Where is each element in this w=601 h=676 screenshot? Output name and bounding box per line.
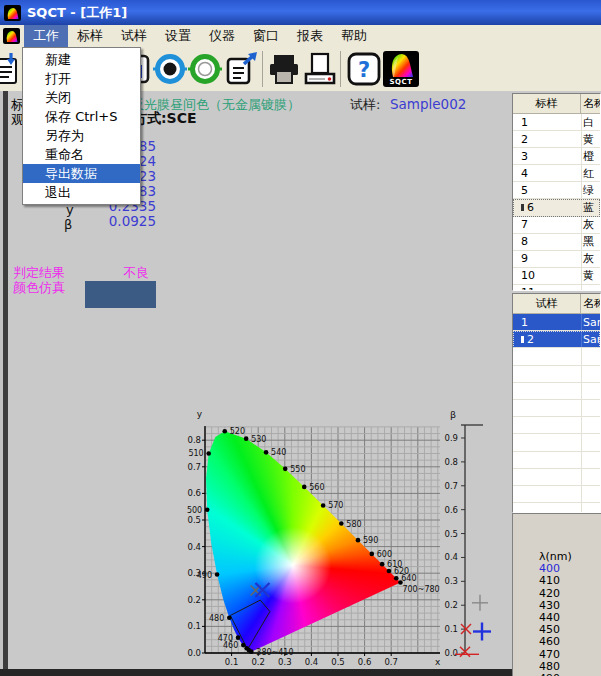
panel-border — [3, 91, 8, 676]
svg-text:550: 550 — [290, 465, 305, 474]
sample-row-empty[interactable] — [513, 348, 600, 365]
chromaticity-chart: 0.10.20.30.40.50.60.7x0.00.10.20.30.40.5… — [185, 405, 510, 676]
file-dropdown-menu: 新建打开关闭保存 Ctrl+S另存为重命名导出数据退出 — [22, 47, 141, 205]
svg-text:540: 540 — [271, 448, 286, 457]
sample-target-icon[interactable] — [186, 50, 224, 88]
sample-row-empty[interactable] — [513, 417, 600, 434]
file-menu-item-4[interactable]: 另存为 — [23, 126, 140, 145]
sample-row-empty[interactable] — [513, 503, 600, 513]
sample-row[interactable]: 2Sample002 — [513, 331, 600, 348]
sample-row-empty[interactable] — [513, 434, 600, 451]
standard-name-cell: 橙 — [581, 148, 600, 164]
svg-text:0.6: 0.6 — [444, 505, 458, 515]
menu-item-7[interactable]: 帮助 — [332, 25, 376, 47]
svg-text:0.1: 0.1 — [444, 624, 458, 634]
svg-text:700~780: 700~780 — [402, 585, 439, 594]
svg-text:0.8: 0.8 — [444, 457, 458, 467]
sqct-logo-icon[interactable]: SQCT — [382, 50, 420, 88]
standard-row[interactable]: 1白 — [513, 114, 600, 131]
sample-row-empty[interactable] — [513, 383, 600, 400]
file-menu-item-5[interactable]: 重命名 — [23, 145, 140, 164]
lambda-item[interactable]: 460 — [539, 636, 601, 648]
svg-text:470: 470 — [218, 634, 233, 643]
sample-row-empty[interactable] — [513, 400, 600, 417]
file-new-icon[interactable] — [0, 50, 24, 88]
standard-number: 1 — [521, 116, 528, 129]
standard-number: 8 — [521, 235, 528, 248]
app-window: SQCT - [工作1] 工作标样试样设置仪器窗口报表帮助 — [0, 0, 601, 676]
svg-text:560: 560 — [309, 483, 324, 492]
standard-name-cell: 灰 — [581, 217, 600, 233]
svg-text:640: 640 — [401, 574, 416, 583]
window-title: SQCT - [工作1] — [27, 4, 127, 22]
samples-header-label: 试样 — [513, 296, 580, 311]
svg-text:0.7: 0.7 — [444, 481, 458, 491]
lambda-item[interactable]: 470 — [539, 649, 601, 661]
judge-value: 不良 — [123, 264, 149, 282]
standard-row[interactable]: 11 — [513, 285, 600, 291]
file-menu-item-3[interactable]: 保存 Ctrl+S — [23, 107, 140, 126]
toolbar-separator — [340, 51, 341, 87]
svg-text:0.3: 0.3 — [444, 576, 458, 586]
file-menu-item-0[interactable]: 新建 — [23, 50, 140, 69]
standard-row[interactable]: 9灰 — [513, 251, 600, 268]
help-icon[interactable]: ? — [345, 50, 383, 88]
file-menu-item-1[interactable]: 打开 — [23, 69, 140, 88]
file-menu-item-6[interactable]: 导出数据 — [23, 164, 140, 183]
printer-icon[interactable] — [265, 50, 303, 88]
sample-row-empty[interactable] — [513, 366, 600, 383]
standard-name-cell: 黑 — [581, 234, 600, 250]
standard-row[interactable]: 5绿 — [513, 182, 600, 199]
measure-mode: 方式:SCE — [133, 110, 197, 128]
app-logo-icon — [4, 5, 21, 21]
sqct-logo-label: SQCT — [383, 78, 419, 86]
svg-text:510: 510 — [188, 449, 203, 458]
standard-row[interactable]: 6蓝 — [513, 199, 600, 216]
standard-row[interactable]: 4红 — [513, 165, 600, 182]
standard-number: 11 — [521, 286, 535, 291]
sample-row-empty[interactable] — [513, 469, 600, 486]
standards-table-header: 标样 名称 — [513, 94, 600, 114]
standard-number: 7 — [521, 218, 528, 231]
sample-row[interactable]: 1Sample001 — [513, 314, 600, 331]
standards-header-label: 标样 — [513, 96, 580, 111]
standard-row[interactable]: 7灰 — [513, 217, 600, 234]
sample-number: 1 — [521, 316, 528, 329]
standard-row[interactable]: 10黄 — [513, 268, 600, 285]
sample-label: 试样: — [350, 96, 380, 114]
menu-item-6[interactable]: 报表 — [288, 25, 332, 47]
file-menu-item-2[interactable]: 关闭 — [23, 88, 140, 107]
toolbar-separator — [262, 51, 263, 87]
file-menu-item-7[interactable]: 退出 — [23, 183, 140, 202]
standard-number: 5 — [521, 184, 528, 197]
lambda-item[interactable]: 410 — [539, 575, 601, 587]
lambda-item[interactable]: 420 — [539, 588, 601, 600]
standard-name-cell: 蓝 — [581, 199, 600, 215]
menu-item-2[interactable]: 试样 — [112, 25, 156, 47]
sample-row-empty[interactable] — [513, 452, 600, 469]
svg-text:0.9: 0.9 — [444, 433, 458, 443]
standards-header2-label: 名称 — [580, 94, 600, 113]
standard-row[interactable]: 2黄 — [513, 131, 600, 148]
standard-target-icon[interactable] — [151, 50, 189, 88]
menu-item-4[interactable]: 仪器 — [200, 25, 244, 47]
standard-number: 9 — [521, 252, 528, 265]
menu-item-0[interactable]: 工作 — [24, 25, 68, 47]
menu-bar: 工作标样试样设置仪器窗口报表帮助 — [0, 25, 601, 47]
sample-row-empty[interactable] — [513, 486, 600, 503]
samples-table-header: 试样 名称 — [513, 294, 600, 314]
lambda-panel: λ(nm) 400410420430440450460470480490 — [512, 513, 601, 676]
svg-text:β: β — [450, 409, 456, 420]
current-row-marker — [521, 336, 524, 343]
standard-row[interactable]: 8黑 — [513, 234, 600, 251]
beta-label: β — [64, 217, 72, 232]
standard-row[interactable]: 3橙 — [513, 148, 600, 165]
print-preview-icon[interactable] — [301, 50, 339, 88]
standard-name-cell: 绿 — [581, 182, 600, 198]
svg-text:500: 500 — [187, 506, 202, 515]
menu-item-3[interactable]: 设置 — [156, 25, 200, 47]
menu-item-1[interactable]: 标样 — [68, 25, 112, 47]
svg-text:0.2: 0.2 — [444, 600, 458, 610]
report-export-icon[interactable] — [223, 50, 261, 88]
menu-item-5[interactable]: 窗口 — [244, 25, 288, 47]
